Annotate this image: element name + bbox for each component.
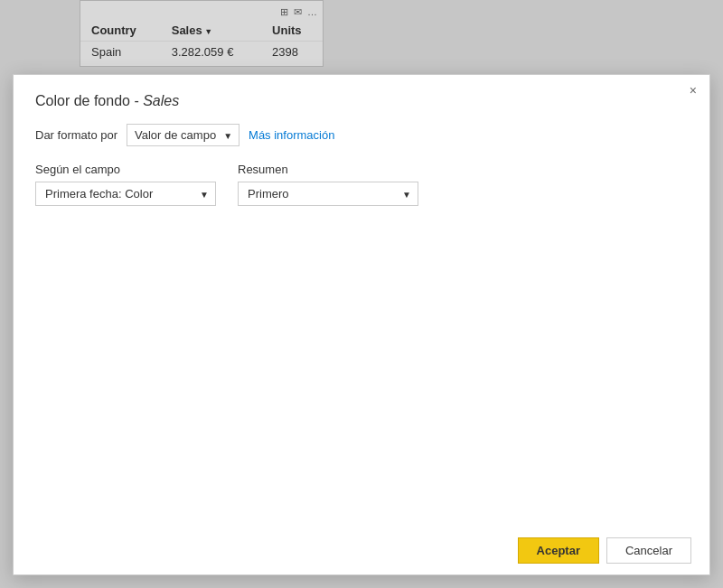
modal-title-italic: Sales [143, 93, 179, 108]
accept-button[interactable]: Aceptar [518, 537, 599, 564]
format-select[interactable]: Valor de campo Reglas Gradiente [127, 124, 239, 146]
format-label: Dar formato por [35, 128, 117, 142]
format-row: Dar formato por Valor de campo Reglas Gr… [35, 124, 688, 146]
modal-dialog: × Color de fondo - Sales Dar formato por… [13, 74, 710, 575]
form-columns: Según el campo Primera fecha: Color Fech… [35, 163, 688, 206]
modal-body: Dar formato por Valor de campo Reglas Gr… [14, 124, 709, 206]
field2-label: Resumen [238, 163, 418, 176]
field2-select-wrapper: Primero Último Suma Promedio ▼ [238, 182, 418, 206]
field2-select[interactable]: Primero Último Suma Promedio [238, 182, 418, 206]
modal-title-text: Color de fondo - [35, 93, 143, 108]
field2-col: Resumen Primero Último Suma Promedio ▼ [238, 163, 418, 206]
field1-label: Según el campo [35, 163, 216, 176]
modal-close-button[interactable]: × [686, 82, 700, 98]
field1-select[interactable]: Primera fecha: Color Fecha: Color Ningun… [35, 182, 216, 206]
modal-title: Color de fondo - Sales [14, 75, 709, 124]
modal-footer: Aceptar Cancelar [14, 527, 709, 574]
format-select-wrapper: Valor de campo Reglas Gradiente ▼ [127, 124, 239, 146]
more-info-link[interactable]: Más información [249, 128, 334, 142]
cancel-button[interactable]: Cancelar [606, 537, 691, 564]
field1-col: Según el campo Primera fecha: Color Fech… [35, 163, 216, 206]
field1-select-wrapper: Primera fecha: Color Fecha: Color Ningun… [35, 182, 216, 206]
